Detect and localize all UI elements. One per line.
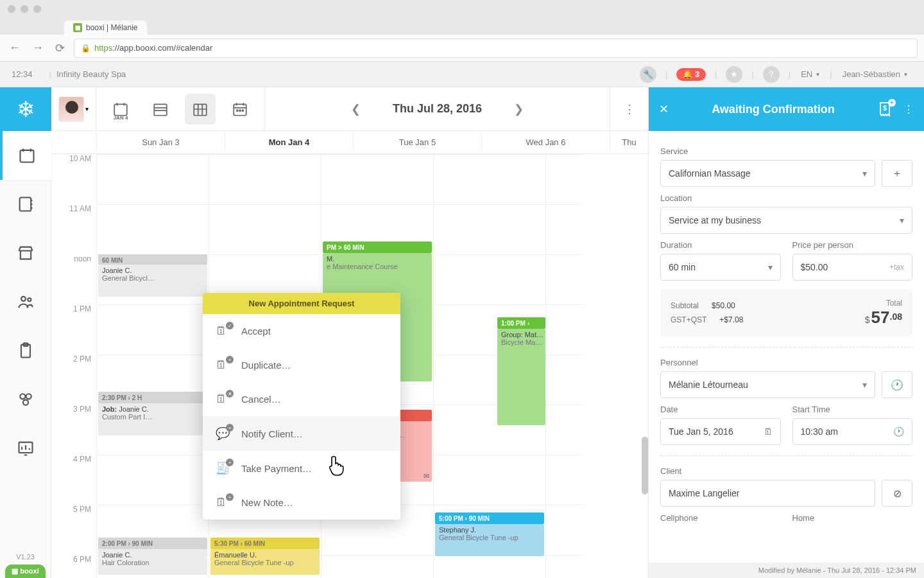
- label-cellphone: Cellphone: [660, 513, 781, 523]
- window-min[interactable]: [21, 5, 28, 13]
- personnel-schedule-button[interactable]: 🕐: [882, 371, 912, 398]
- nav-calendar[interactable]: [0, 131, 51, 180]
- nav-staff[interactable]: [0, 277, 51, 326]
- bell-icon: 🔔: [683, 70, 692, 79]
- block-client-button[interactable]: ⊘: [882, 480, 912, 507]
- event-item[interactable]: Joanie C.General Bicycl…: [98, 265, 207, 297]
- forward-icon[interactable]: →: [30, 39, 46, 57]
- ctx-accept[interactable]: 🗓✓Accept: [203, 314, 400, 348]
- label-price: Price per person: [792, 240, 913, 250]
- business-name[interactable]: Infinity Beauty Spa: [56, 69, 126, 79]
- panel-title: Awaiting Confirmation: [680, 103, 866, 116]
- new-receipt-button[interactable]: $ +: [878, 101, 892, 117]
- view-month-button[interactable]: [225, 94, 255, 125]
- chevron-down-icon: ▾: [85, 105, 89, 112]
- toolbar-more-icon[interactable]: ⋮: [610, 87, 648, 130]
- ctx-cancel[interactable]: 🗓✕Cancel…: [203, 382, 400, 416]
- panel-footer: Modified by Mélanie - Thu Jul 28, 2016 -…: [649, 563, 924, 578]
- window-close[interactable]: [8, 5, 15, 13]
- tab-title: booxi | Mélanie: [86, 23, 138, 32]
- svg-point-6: [20, 394, 25, 399]
- nav-contacts[interactable]: [0, 180, 51, 229]
- price-input[interactable]: $50.00+tax: [792, 254, 913, 281]
- user-menu[interactable]: Jean-Sébastien▾: [843, 69, 907, 79]
- day-header[interactable]: Mon Jan 4: [225, 131, 353, 153]
- ctx-duplicate[interactable]: 🗓+Duplicate…: [203, 348, 400, 382]
- event-item[interactable]: 1:00 PM ›: [497, 317, 545, 329]
- ctx-payment[interactable]: 🧾+Take Payment…: [203, 451, 400, 486]
- start-time-input[interactable]: 10:30 am🕐: [792, 418, 913, 445]
- event-item[interactable]: PM > 60 MIN: [323, 241, 432, 253]
- client-input[interactable]: Maxime Langelier: [660, 480, 875, 507]
- browser-tab[interactable]: ▦ booxi | Mélanie: [64, 21, 147, 35]
- logo-icon[interactable]: ❄: [0, 87, 51, 131]
- event-item[interactable]: Joanie C.Hair Coloration: [98, 549, 207, 575]
- panel-more-icon[interactable]: ⋮: [903, 103, 914, 116]
- star-icon[interactable]: ★: [726, 66, 742, 83]
- context-menu-title: New Appointment Request: [203, 293, 400, 314]
- language-select[interactable]: EN▾: [801, 69, 819, 79]
- location-select[interactable]: Service at my business▾: [660, 207, 912, 234]
- add-service-button[interactable]: ＋: [882, 160, 912, 187]
- personnel-select[interactable]: Mélanie Létourneau▾: [660, 371, 875, 398]
- reload-icon[interactable]: ⟳: [53, 39, 67, 58]
- svg-rect-0: [20, 150, 33, 162]
- day-header[interactable]: Tue Jan 5: [353, 131, 481, 153]
- nav-clipboard[interactable]: [0, 326, 51, 375]
- help-icon[interactable]: ?: [763, 66, 780, 83]
- event-item[interactable]: 2:30 PM › 2 H: [98, 392, 207, 403]
- event-item[interactable]: Group: Mat…Bicycle Ma…: [497, 329, 545, 425]
- settings-icon[interactable]: 🔧: [640, 66, 656, 83]
- label-service: Service: [660, 146, 912, 156]
- svg-text:$: $: [883, 105, 887, 112]
- event-item[interactable]: Job: Joanie C.Custom Part I…: [98, 403, 207, 435]
- nav-services[interactable]: [0, 375, 51, 424]
- view-week-button[interactable]: [185, 94, 216, 125]
- calendar-check-icon: 🗓✓: [216, 324, 230, 338]
- date-title[interactable]: Thu Jul 28, 2016: [393, 102, 482, 116]
- staff-picker[interactable]: ▾: [51, 87, 96, 130]
- view-day-button[interactable]: JAN 4: [105, 94, 136, 125]
- event-item[interactable]: Stephany J.General Bicycle Tune -up: [435, 524, 544, 556]
- ctx-notify[interactable]: 💬+Notify Client…: [203, 416, 400, 451]
- nav-reports[interactable]: [0, 424, 51, 473]
- close-icon[interactable]: ✕: [659, 102, 669, 116]
- event-item[interactable]: 5:30 PM › 60 MIN: [210, 538, 320, 549]
- event-item[interactable]: Émanuelle U.General Bicycle Tune -up: [210, 549, 320, 575]
- day-column[interactable]: 1:00 PM › Group: Mat…Bicycle Ma… 5:00 PM…: [433, 154, 545, 578]
- ctx-note[interactable]: 🗓+New Note…: [203, 486, 400, 520]
- view-list-button[interactable]: [145, 94, 176, 125]
- date-input[interactable]: Tue Jan 5, 2016🗓: [660, 418, 781, 445]
- version-label: V1.23: [16, 553, 35, 561]
- day-header-row: Sun Jan 3 Mon Jan 4 Tue Jan 5 Wed Jan 6 …: [51, 131, 648, 154]
- service-select[interactable]: Californian Massage▾: [660, 160, 875, 187]
- topbar-time: 12:34: [12, 69, 33, 79]
- day-column[interactable]: [545, 154, 584, 578]
- calendar-area: ▾ JAN 4 ❮ Thu Jul 28, 2016: [51, 87, 648, 578]
- day-header[interactable]: Sun Jan 3: [96, 131, 225, 153]
- event-item[interactable]: 2:00 PM › 90 MIN: [98, 538, 207, 549]
- notifications-button[interactable]: 🔔 3: [676, 68, 706, 81]
- day-header[interactable]: Thu: [610, 131, 648, 153]
- window-max[interactable]: [33, 5, 41, 13]
- back-icon[interactable]: ←: [6, 39, 23, 57]
- lock-icon: 🔒: [81, 44, 90, 53]
- address-bar[interactable]: 🔒 https://app.booxi.com/#calendar: [74, 39, 918, 58]
- day-column[interactable]: 60 MIN Joanie C.General Bicycl… 2:30 PM …: [96, 154, 209, 578]
- prev-button[interactable]: ❮: [345, 96, 367, 123]
- address-bar-row: ← → ⟳ 🔒 https://app.booxi.com/#calendar: [0, 35, 924, 62]
- details-panel: ✕ Awaiting Confirmation $ + ⋮ Service Ca…: [648, 87, 924, 578]
- svg-point-7: [26, 394, 31, 399]
- nav-store[interactable]: [0, 229, 51, 277]
- duration-select[interactable]: 60 min▾: [660, 254, 781, 281]
- block-icon: ⊘: [893, 487, 902, 500]
- event-item[interactable]: 5:00 PM › 90 MIN: [435, 512, 544, 524]
- booxi-badge[interactable]: ▦ booxi: [5, 565, 45, 578]
- day-header[interactable]: Wed Jan 6: [481, 131, 610, 153]
- event-item[interactable]: 60 MIN: [98, 254, 207, 265]
- chevron-down-icon: ▾: [816, 71, 819, 78]
- next-button[interactable]: ❯: [508, 96, 530, 123]
- scrollbar-thumb[interactable]: [642, 437, 648, 495]
- chevron-down-icon: ▾: [900, 215, 904, 225]
- svg-point-3: [28, 298, 31, 301]
